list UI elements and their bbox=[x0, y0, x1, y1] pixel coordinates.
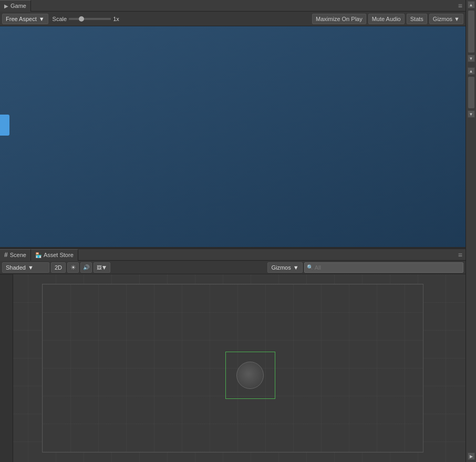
scale-slider-thumb bbox=[79, 16, 84, 22]
scroll-down-arrow-2[interactable]: ▼ bbox=[468, 110, 475, 118]
scene-tab-icon: # bbox=[4, 251, 8, 259]
maximize-on-play-button[interactable]: Maximize On Play bbox=[312, 14, 366, 24]
gizmos-label: Gizmos bbox=[433, 16, 452, 22]
shaded-label: Shaded bbox=[6, 264, 26, 271]
scroll-up-arrow-1[interactable]: ▲ bbox=[468, 1, 475, 8]
search-input[interactable] bbox=[315, 264, 461, 271]
search-icon: 🔍 bbox=[307, 264, 313, 270]
scale-value: 1x bbox=[113, 16, 119, 22]
scene-left-strip bbox=[0, 274, 13, 462]
scene-controls-bar: Shaded ▼ 2D ☀ 🔊 🖼 ▼ Gizm bbox=[0, 261, 465, 274]
right-sidebar: ▲ ▼ ▲ ▼ ▶ bbox=[465, 0, 476, 462]
two-d-button[interactable]: 2D bbox=[51, 262, 66, 273]
aspect-arrow-icon: ▼ bbox=[39, 16, 45, 22]
sun-icon: ☀ bbox=[70, 264, 76, 271]
scene-tab-label: Scene bbox=[10, 252, 26, 258]
scale-label: Scale bbox=[53, 16, 67, 22]
scale-control: Scale 1x bbox=[53, 16, 119, 22]
asset-store-tab[interactable]: 🏪 Asset Store bbox=[31, 249, 78, 261]
expand-arrow[interactable]: ▶ bbox=[468, 453, 475, 460]
shaded-arrow-icon: ▼ bbox=[28, 264, 34, 271]
mute-audio-button[interactable]: Mute Audio bbox=[368, 14, 405, 24]
game-tab-icon: ▶ bbox=[4, 3, 8, 9]
scale-slider-track bbox=[69, 18, 111, 20]
aspect-dropdown[interactable]: Free Aspect ▼ bbox=[2, 14, 48, 24]
shaded-dropdown[interactable]: Shaded ▼ bbox=[2, 262, 49, 273]
scene-panel: # Scene 🏪 Asset Store ≡ Shaded ▼ 2D ☀ bbox=[0, 249, 465, 462]
game-object-bounds[interactable] bbox=[225, 352, 275, 399]
effects-icon-button[interactable]: 🖼 ▼ bbox=[94, 262, 110, 273]
scroll-down-arrow-1[interactable]: ▼ bbox=[468, 55, 475, 62]
search-box[interactable]: 🔍 bbox=[304, 262, 463, 273]
scale-slider[interactable] bbox=[69, 18, 111, 20]
image-icon: 🖼 bbox=[97, 265, 101, 270]
gizmos-arrow-icon: ▼ bbox=[454, 16, 460, 22]
image-arrow-icon: ▼ bbox=[101, 264, 108, 271]
game-panel-menu[interactable]: ≡ bbox=[458, 2, 465, 10]
stats-button[interactable]: Stats bbox=[407, 14, 427, 24]
audio-icon: 🔊 bbox=[83, 264, 89, 270]
gizmos-button[interactable]: Gizmos ▼ bbox=[429, 14, 463, 24]
audio-icon-button[interactable]: 🔊 bbox=[80, 262, 92, 273]
asset-store-tab-label: Asset Store bbox=[44, 252, 74, 258]
game-tab-label: Game bbox=[11, 3, 26, 9]
scroll-up-arrow-2[interactable]: ▲ bbox=[468, 67, 475, 75]
scroll-thumb-1 bbox=[468, 11, 474, 53]
scene-content-area bbox=[42, 284, 423, 453]
game-viewport bbox=[0, 26, 465, 247]
stats-label: Stats bbox=[410, 16, 423, 22]
mute-label: Mute Audio bbox=[372, 16, 401, 22]
scene-gizmos-label: Gizmos bbox=[271, 264, 291, 271]
asset-store-icon: 🏪 bbox=[35, 252, 42, 258]
aspect-label: Free Aspect bbox=[6, 16, 37, 22]
scene-viewport bbox=[0, 274, 465, 462]
lighting-icon-button[interactable]: ☀ bbox=[67, 262, 79, 273]
scroll-thumb-2 bbox=[468, 77, 474, 108]
scene-tab[interactable]: # Scene bbox=[0, 249, 31, 261]
scene-gizmos-dropdown[interactable]: Gizmos ▼ bbox=[267, 262, 302, 273]
game-tab-bar: ▶ Game ≡ bbox=[0, 0, 465, 12]
scene-gizmos-arrow-icon: ▼ bbox=[293, 264, 299, 271]
game-controls-bar: Free Aspect ▼ Scale 1x Maximize On Play … bbox=[0, 12, 465, 26]
game-object-circle bbox=[236, 362, 264, 389]
maximize-label: Maximize On Play bbox=[316, 16, 363, 22]
scene-panel-menu[interactable]: ≡ bbox=[458, 251, 465, 259]
two-d-label: 2D bbox=[55, 264, 62, 271]
scene-tab-bar: # Scene 🏪 Asset Store ≡ bbox=[0, 249, 465, 261]
game-tab[interactable]: ▶ Game bbox=[0, 0, 31, 12]
